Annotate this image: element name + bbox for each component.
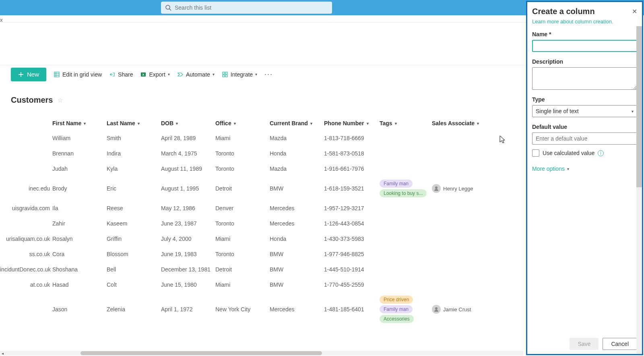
cell: 1-126-443-0854	[324, 220, 380, 227]
save-button[interactable]: Save	[570, 338, 599, 350]
cell: Cora	[52, 251, 107, 257]
type-value: Single line of text	[536, 108, 579, 114]
edit-grid-button[interactable]: Edit in grid view	[54, 71, 102, 78]
export-button[interactable]: X Export ▾	[140, 71, 169, 78]
search-box[interactable]	[161, 2, 332, 14]
cell: Denver	[215, 205, 270, 211]
chevron-down-icon: ▾	[255, 72, 257, 77]
chevron-down-icon: ▾	[632, 109, 634, 114]
col-first-name[interactable]: First Name▾	[52, 120, 107, 126]
cell: Toronto	[215, 166, 270, 172]
new-button[interactable]: New	[11, 68, 46, 81]
cell: 1-430-373-5983	[324, 236, 380, 242]
cmd-label: Edit in grid view	[62, 71, 102, 78]
share-button[interactable]: Share	[109, 71, 133, 78]
cell: Detroit	[215, 185, 270, 192]
cell: Brennan	[52, 150, 107, 157]
tag: Family man	[380, 305, 413, 313]
panel-title: Create a column	[532, 7, 595, 16]
cell: August 1, 1995	[161, 185, 215, 192]
tags-cell: Family manLooking to buy s...	[380, 179, 432, 198]
tag: Accessories	[380, 315, 414, 323]
cell: BMW	[270, 281, 324, 288]
cell: Reese	[107, 205, 161, 211]
name-input[interactable]	[532, 40, 637, 52]
col-last-name[interactable]: Last Name▾	[107, 120, 161, 126]
cell: Mazda	[270, 135, 324, 141]
cell: Hasad	[52, 281, 107, 288]
share-icon	[109, 71, 116, 78]
cell: inciduntDonec.co.uk	[0, 266, 52, 273]
assoc-name: Jamie Crust	[443, 306, 471, 313]
col-office[interactable]: Office▾	[215, 120, 270, 126]
cell: Toronto	[215, 150, 270, 157]
calculated-label: Use calculated value	[543, 150, 594, 156]
list-title: Customers	[11, 95, 53, 105]
default-value-label: Default value	[532, 124, 637, 130]
cell: Brody	[52, 185, 107, 192]
svg-rect-12	[223, 75, 225, 77]
default-value-input[interactable]	[532, 132, 637, 145]
integrate-button[interactable]: Integrate ▾	[222, 71, 257, 78]
scroll-left-icon[interactable]: ◂	[0, 351, 5, 356]
avatar	[432, 305, 441, 314]
cell: Honda	[270, 236, 324, 242]
favorite-star-icon[interactable]: ☆	[58, 97, 63, 104]
more-options-toggle[interactable]: More options ▾	[532, 166, 637, 172]
cell: December 13, 1981	[161, 266, 215, 273]
tag: Price driven	[380, 296, 413, 304]
cell: ss.co.uk	[0, 251, 52, 257]
col-tags[interactable]: Tags▾	[380, 120, 432, 126]
cell: 1-977-946-8825	[324, 251, 380, 257]
col-sales-assoc[interactable]: Sales Associate▾	[432, 120, 480, 126]
learn-more-link[interactable]: Learn more about column creation.	[532, 19, 637, 25]
cell: Bell	[107, 266, 161, 273]
cell: August 11, 1989	[161, 166, 215, 172]
automate-icon	[177, 71, 184, 78]
cell: May 12, 1986	[161, 205, 215, 211]
scrollbar-thumb[interactable]	[80, 351, 322, 355]
description-input[interactable]	[532, 67, 637, 90]
cell: Zahir	[52, 220, 107, 227]
assoc-name: Henry Legge	[443, 186, 473, 192]
calculated-checkbox[interactable]	[532, 149, 539, 157]
cell: Toronto	[215, 220, 270, 227]
type-select[interactable]: Single line of text ▾	[532, 105, 637, 117]
cell: March 4, 1975	[161, 150, 215, 157]
cell: Mazda	[270, 166, 324, 172]
panel-scrollbar[interactable]	[636, 26, 642, 354]
name-label: Name	[532, 31, 637, 37]
cell: Colt	[107, 281, 161, 288]
cell: at.co.uk	[0, 281, 52, 288]
cell: 1-581-873-0518	[324, 150, 380, 157]
cell: Judah	[52, 166, 107, 172]
svg-point-15	[435, 307, 438, 310]
horizontal-scrollbar[interactable]: ◂	[0, 351, 523, 356]
cell: 1-618-159-3521	[324, 185, 380, 192]
svg-rect-11	[225, 72, 227, 74]
tags-cell: Price drivenFamily manAccessories	[380, 295, 432, 324]
col-brand[interactable]: Current Brand▾	[270, 120, 324, 126]
more-button[interactable]: ···	[264, 70, 273, 79]
col-phone[interactable]: Phone Number▾	[324, 120, 380, 126]
info-icon[interactable]: i	[598, 150, 604, 156]
new-button-label: New	[27, 71, 39, 78]
search-icon	[165, 4, 171, 11]
cell: Mercedes	[270, 306, 324, 313]
close-icon[interactable]: ✕	[632, 8, 637, 15]
cell: 1-957-129-3217	[324, 205, 380, 211]
svg-rect-13	[225, 75, 227, 77]
cell: Kaseem	[107, 220, 161, 227]
svg-rect-10	[223, 72, 225, 74]
cell: Detroit	[215, 266, 270, 273]
search-input[interactable]	[175, 4, 328, 11]
cancel-button[interactable]: Cancel	[603, 338, 637, 350]
col-dob[interactable]: DOB▾	[161, 120, 215, 126]
cell: Griffin	[107, 236, 161, 242]
cell: June 19, 1983	[161, 251, 215, 257]
automate-button[interactable]: Automate ▾	[177, 71, 215, 78]
svg-rect-4	[54, 72, 59, 77]
cell: BMW	[270, 185, 324, 192]
cmd-label: Automate	[186, 71, 210, 78]
cell: inec.edu	[0, 185, 52, 192]
